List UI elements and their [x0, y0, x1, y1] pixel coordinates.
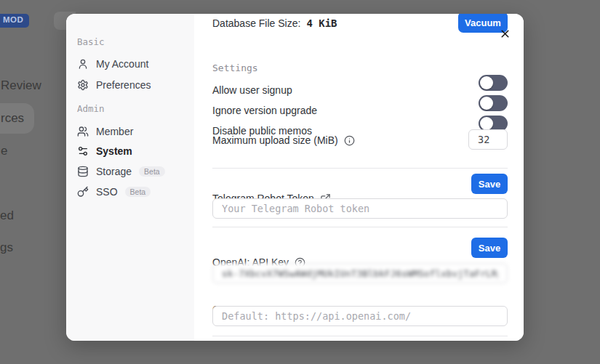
sidebar-item-system[interactable]: System: [77, 144, 132, 158]
sidebar-item-sso[interactable]: SSO Beta: [77, 185, 151, 199]
database-file-size-label: Database File Size:: [212, 17, 300, 29]
sidebar-item-label: SSO: [96, 186, 118, 198]
backdrop-nav-archived: ed: [0, 209, 14, 223]
sidebar-item-label: Storage: [96, 166, 132, 177]
max-upload-size-input[interactable]: [468, 129, 508, 150]
section-divider: [212, 227, 508, 227]
beta-badge: Beta: [125, 187, 151, 198]
mod-badge: MOD: [0, 14, 29, 28]
section-divider: [212, 168, 508, 169]
telegram-save-button[interactable]: Save: [471, 174, 508, 194]
telegram-token-input[interactable]: [212, 198, 508, 219]
sidebar-item-label: My Account: [96, 58, 148, 70]
close-icon[interactable]: [499, 28, 511, 40]
sidebar-item-my-account[interactable]: My Account: [77, 57, 148, 71]
sidebar-item-label: Preferences: [96, 79, 151, 91]
database-file-size-row: Database File Size: 4 KiB: [212, 17, 337, 29]
beta-badge: Beta: [139, 166, 165, 177]
system-settings-panel: Database File Size: 4 KiB Vacuum Setting…: [194, 14, 524, 341]
max-upload-size-row: Maximum upload size (MiB): [212, 134, 355, 146]
backdrop-nav-settings: gs: [0, 240, 13, 255]
allow-signup-label: Allow user signup: [212, 84, 292, 96]
sidebar-item-preferences[interactable]: Preferences: [77, 78, 151, 92]
key-icon: [77, 186, 89, 198]
settings-dialog: Basic My Account Preferences Admin Membe…: [66, 14, 524, 341]
ignore-upgrade-toggle[interactable]: [479, 95, 508, 111]
toggle-knob: [480, 97, 493, 110]
sliders-icon: [77, 145, 89, 157]
settings-sidebar: Basic My Account Preferences Admin Membe…: [66, 14, 194, 341]
database-file-size-value: 4 KiB: [306, 17, 337, 29]
openai-key-input[interactable]: [212, 263, 508, 283]
toggle-knob: [480, 117, 493, 130]
database-icon: [77, 166, 89, 177]
max-upload-size-label: Maximum upload size (MiB): [212, 134, 338, 146]
allow-signup-toggle[interactable]: [479, 75, 508, 91]
gear-icon: [77, 79, 89, 91]
sidebar-section-admin: Admin: [77, 103, 105, 114]
users-icon: [77, 126, 89, 137]
openai-key-save-button[interactable]: Save: [471, 238, 508, 258]
info-icon[interactable]: [344, 135, 355, 146]
sidebar-item-label: Member: [96, 126, 133, 137]
sidebar-item-storage[interactable]: Storage Beta: [77, 164, 165, 179]
sidebar-item-label: System: [96, 145, 132, 157]
user-icon: [77, 58, 89, 70]
sidebar-section-basic: Basic: [77, 36, 105, 47]
toggle-knob: [480, 76, 493, 89]
section-divider: [212, 336, 508, 336]
backdrop-nav-resources-label: rces: [1, 111, 24, 126]
ignore-upgrade-label: Ignore version upgrade: [212, 105, 317, 116]
sidebar-item-member[interactable]: Member: [77, 124, 133, 139]
backdrop-nav-explore: e: [1, 144, 7, 158]
backdrop-nav-resources: rces: [0, 103, 34, 134]
backdrop-nav-review: Review: [1, 78, 41, 93]
openai-host-input[interactable]: [212, 306, 508, 326]
settings-section-header: Settings: [212, 62, 258, 73]
